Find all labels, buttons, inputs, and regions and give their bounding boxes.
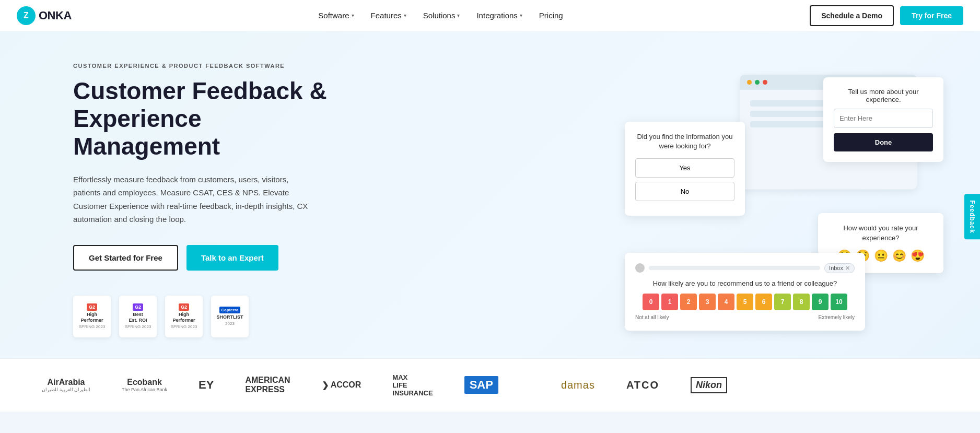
yesno-survey-card: Did you find the information you were lo…: [625, 122, 745, 216]
logo-nikon: Nikon: [691, 377, 727, 393]
logo-damas: damas: [561, 379, 595, 391]
hero-illustration: Did you find the information you were lo…: [625, 69, 938, 331]
nav-software[interactable]: Software ▾: [318, 11, 354, 20]
browser-dot-yellow: [747, 80, 752, 85]
nav-integrations[interactable]: Integrations ▾: [476, 11, 522, 20]
logo-ey: EY: [199, 378, 214, 392]
hero-buttons: Get Started for Free Talk to an Expert: [73, 245, 345, 271]
logo-ecobank: Ecobank The Pan African Bank: [122, 378, 167, 392]
try-free-button[interactable]: Try for Free: [900, 6, 963, 25]
nps-5[interactable]: 5: [737, 294, 753, 310]
get-started-free-button[interactable]: Get Started for Free: [73, 245, 178, 271]
text-feedback-card: Tell us more about your experience. Done: [823, 77, 943, 162]
nps-3[interactable]: 3: [699, 294, 716, 310]
hero-description: Effortlessly measure feedback from custo…: [73, 173, 313, 226]
talk-to-expert-button[interactable]: Talk to an Expert: [186, 245, 278, 271]
emoji-happy[interactable]: 😊: [892, 249, 906, 263]
hero-eyebrow: CUSTOMER EXPERIENCE & PRODUCT FEEDBACK S…: [73, 63, 345, 69]
chevron-down-icon: ▾: [352, 13, 354, 18]
nav-pricing[interactable]: Pricing: [539, 11, 563, 20]
text-feedback-input[interactable]: [834, 109, 933, 128]
no-button[interactable]: No: [635, 182, 734, 201]
logo-text: ONKA: [39, 9, 72, 22]
logo-max-life: MAXLIFEINSURANCE: [392, 373, 433, 397]
nps-7[interactable]: 7: [774, 294, 791, 310]
badge-g2-high-performer-2: G2 HighPerformer SPRING 2023: [165, 296, 203, 337]
nps-survey-card: Inbox ✕ How likely are you to recommend …: [625, 253, 865, 331]
hero-title: Customer Feedback & Experience Managemen…: [73, 77, 345, 160]
hero-content: CUSTOMER EXPERIENCE & PRODUCT FEEDBACK S…: [73, 63, 345, 337]
nps-4[interactable]: 4: [718, 294, 734, 310]
nps-top-bar: Inbox ✕: [635, 263, 855, 273]
nps-10[interactable]: 10: [831, 294, 847, 310]
browser-dot-red: [763, 80, 767, 85]
nps-8[interactable]: 8: [793, 294, 810, 310]
nps-name-line: [649, 266, 820, 270]
done-button[interactable]: Done: [834, 133, 933, 151]
badge-capterra-shortlist: Capterra SHORTLIST 2023: [211, 296, 249, 337]
logo[interactable]: Z ONKA: [17, 6, 72, 25]
badge-g2-high-performer-1: G2 HighPerformer SPRING 2023: [73, 296, 111, 337]
award-badges: G2 HighPerformer SPRING 2023 G2 BestEst.…: [73, 296, 345, 337]
yes-button[interactable]: Yes: [635, 158, 734, 178]
browser-dot-green: [755, 80, 760, 85]
logos-bar: AirArabia الطيران العربية للطيران Ecoban…: [0, 358, 980, 412]
inbox-close-icon[interactable]: ✕: [845, 265, 850, 272]
logo-accor: ❯ ACCOR: [322, 380, 361, 390]
nav-features[interactable]: Features ▾: [371, 11, 406, 20]
chevron-down-icon: ▾: [457, 13, 460, 18]
inbox-badge: Inbox ✕: [824, 263, 855, 273]
navbar: Z ONKA Software ▾ Features ▾ Solutions ▾…: [0, 0, 980, 31]
hero-section: CUSTOMER EXPERIENCE & PRODUCT FEEDBACK S…: [0, 31, 980, 358]
nps-6[interactable]: 6: [755, 294, 772, 310]
nav-actions: Schedule a Demo Try for Free: [810, 5, 963, 26]
logo-atco: ATCO: [626, 379, 659, 391]
feedback-tab[interactable]: Feedback: [964, 194, 980, 239]
nav-links: Software ▾ Features ▾ Solutions ▾ Integr…: [318, 11, 563, 20]
text-feedback-title: Tell us more about your experience.: [834, 88, 933, 103]
nps-scale: 0 1 2 3 4 5 6 7 8 9 10: [635, 294, 855, 310]
nps-question: How likely are you to recommend us to a …: [635, 279, 855, 287]
emoji-question: How would you rate your experience?: [829, 224, 933, 242]
nps-9[interactable]: 9: [812, 294, 829, 310]
logo-sap: SAP: [464, 376, 498, 394]
nps-0[interactable]: 0: [643, 294, 659, 310]
nps-2[interactable]: 2: [680, 294, 697, 310]
nps-1[interactable]: 1: [661, 294, 678, 310]
logo-air-arabia: AirArabia الطيران العربية للطيران: [42, 378, 90, 392]
nav-solutions[interactable]: Solutions ▾: [423, 11, 460, 20]
logo-american-express: AMERICANEXPRESS: [245, 376, 290, 394]
chevron-down-icon: ▾: [404, 13, 406, 18]
chevron-down-icon: ▾: [520, 13, 522, 18]
emoji-neutral[interactable]: 😐: [874, 249, 888, 263]
emoji-very-happy[interactable]: 😍: [911, 249, 925, 263]
schedule-demo-button[interactable]: Schedule a Demo: [810, 5, 894, 26]
nps-labels: Not at all likely Extremely likely: [635, 314, 855, 320]
nps-avatar: [635, 263, 645, 273]
yesno-question: Did you find the information you were lo…: [635, 132, 734, 151]
badge-g2-best-roi: G2 BestEst. ROI SPRING 2023: [119, 296, 157, 337]
logo-icon: Z: [17, 6, 36, 25]
